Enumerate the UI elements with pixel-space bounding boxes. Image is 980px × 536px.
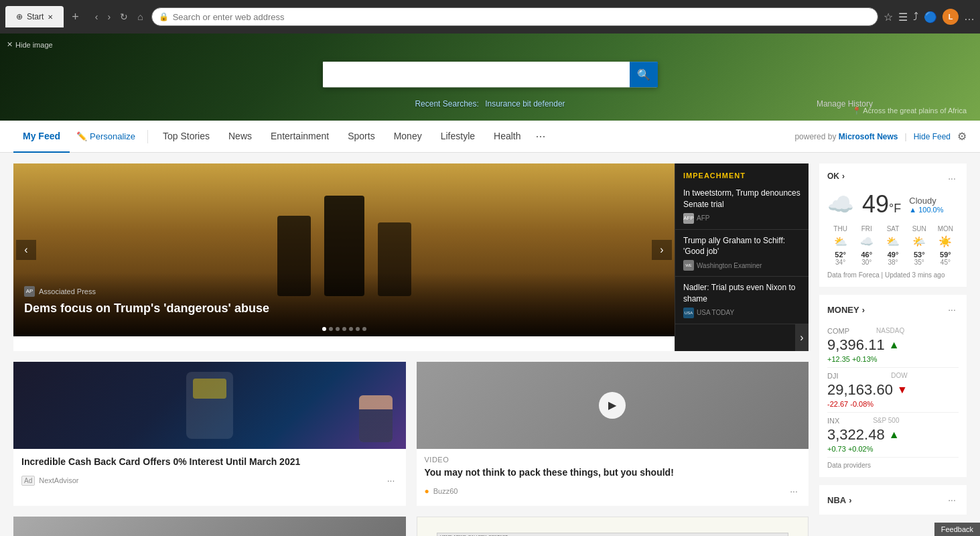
card-visual <box>186 372 233 439</box>
video-card-image: ▶ <box>417 362 809 449</box>
play-btn[interactable]: ▶ <box>599 392 626 419</box>
stock-left-comp: COMP NASDAQ 9,396.11 ▲ +12.35 +0.13% <box>827 327 904 363</box>
weather-forecast: THU ⛅ 52° 34° FRI ☁️ 46° 30° SAT ⛅ 49° 3… <box>827 225 959 266</box>
weather-day-sun: SUN 🌤️ 53° 35° <box>906 225 932 266</box>
nba-more-btn[interactable]: ··· <box>945 493 959 507</box>
stock-left-dji: DJI DOW 29,163.60 ▼ -22.67 -0.08% <box>827 372 908 408</box>
hero-location-text: 📍 Across the great plains of Africa <box>852 107 967 115</box>
top-stories-card[interactable]: TOP STORIES Jim Lehrer, Longtime PBS New… <box>13 517 406 536</box>
nav-items: My Feed ✏️ Personalize Top Stories News … <box>13 121 794 153</box>
location-icon: 📍 <box>852 107 861 115</box>
comp-arrow: ▲ <box>889 339 900 351</box>
recent-search-item[interactable]: Insurance bit defender <box>485 99 565 109</box>
nav-item-health[interactable]: Health <box>484 121 530 153</box>
nav-item-topstories[interactable]: Top Stories <box>153 121 219 153</box>
carousel-next-btn[interactable]: › <box>652 240 672 260</box>
weather-location[interactable]: OK › <box>827 172 845 181</box>
carousel-dot-5[interactable] <box>349 327 353 331</box>
address-input[interactable] <box>173 12 871 22</box>
reading-list-btn[interactable]: ☰ <box>898 11 908 23</box>
featured-list-title-3: Nadler: Trial puts even Nixon to shame <box>683 282 800 305</box>
avatar-initial: L <box>949 13 953 21</box>
comp-exchange: NASDAQ <box>876 327 904 335</box>
nav-item-sports[interactable]: Sports <box>338 121 384 153</box>
carousel-dot-6[interactable] <box>356 327 360 331</box>
featured-next-btn[interactable]: › <box>795 324 809 351</box>
stock-row-inx: INX S&P 500 3,322.48 ▲ +0.73 +0.02% <box>827 413 959 458</box>
featured-title: Dems focus on Trump's 'dangerous' abuse <box>24 301 664 316</box>
refresh-btn[interactable]: ↻ <box>117 9 131 25</box>
video-label: VIDEO <box>425 456 801 464</box>
browser-tab-start[interactable]: ⊕ Start ✕ <box>5 6 64 27</box>
carousel-dot-1[interactable] <box>322 327 326 331</box>
website-card[interactable]: HOME NEWS GALLERY CONTACT LOGO SIDEBAR <box>417 517 809 536</box>
featured-list-title-2: Trump ally Graham to Schiff: 'Good job' <box>683 235 800 258</box>
avatar[interactable]: L <box>942 9 959 25</box>
extensions-btn[interactable]: 🔵 <box>924 11 937 23</box>
nav-item-lifestyle[interactable]: Lifestyle <box>431 121 484 153</box>
featured-list-item-3[interactable]: Nadler: Trial puts even Nixon to shame U… <box>675 277 809 324</box>
nav-divider <box>147 130 148 143</box>
weather-more-btn[interactable]: ··· <box>945 172 959 185</box>
nav-item-entertainment[interactable]: Entertainment <box>261 121 338 153</box>
inx-change: +0.73 +0.02% <box>827 445 899 453</box>
hero-search-btn[interactable]: 🔍 <box>630 62 658 87</box>
forward-btn[interactable]: › <box>105 9 114 25</box>
hero-search-input[interactable] <box>323 62 630 87</box>
video-more-btn[interactable]: ··· <box>787 484 800 498</box>
share-btn[interactable]: ⤴ <box>913 11 918 23</box>
nav-more-btn[interactable]: ··· <box>531 129 551 143</box>
inx-ticker: INX <box>827 417 839 425</box>
sat-icon: ⛅ <box>880 235 906 248</box>
featured-list-source-3: USA USA TODAY <box>683 308 800 318</box>
person-bg <box>359 395 393 442</box>
back-btn[interactable]: ‹ <box>92 9 101 25</box>
weather-widget: OK › ··· ☁️ 49°F Cloudy ▲ 100.0% <box>819 163 967 287</box>
carousel-dot-3[interactable] <box>336 327 340 331</box>
weather-day-thu: THU ⛅ 52° 34° <box>827 225 853 266</box>
nav-item-money[interactable]: Money <box>384 121 431 153</box>
browser-chrome: ⊕ Start ✕ + ‹ › ↻ ⌂ 🔒 ☆ ☰ ⤴ 🔵 L … <box>0 0 980 34</box>
nav-personalize-btn[interactable]: ✏️ Personalize <box>70 131 142 141</box>
cashback-more-btn[interactable]: ··· <box>384 474 398 487</box>
carousel-dot-7[interactable] <box>362 327 366 331</box>
more-options-btn[interactable]: … <box>964 11 975 23</box>
news-card-video[interactable]: ▶ VIDEO You may not think to pack these … <box>417 362 809 507</box>
new-tab-btn[interactable]: + <box>66 10 84 24</box>
carousel-dot-4[interactable] <box>342 327 346 331</box>
inx-arrow: ▲ <box>889 429 900 441</box>
nav-item-myfeed[interactable]: My Feed <box>13 121 70 153</box>
hide-image-btn[interactable]: ✕ Hide image <box>7 40 53 49</box>
cashback-card-image <box>13 362 406 449</box>
recent-searches: Recent Searches: Insurance bit defender <box>415 99 565 109</box>
stocks-more-btn[interactable]: ··· <box>945 303 959 316</box>
news-card-cashback[interactable]: Incredible Cash Back Card Offers 0% Inte… <box>13 362 406 507</box>
person-figure <box>359 395 393 442</box>
carousel-prev-btn[interactable]: ‹ <box>16 240 36 260</box>
featured-main-card[interactable]: AP Associated Press Dems focus on Trump'… <box>13 163 675 336</box>
stocks-title[interactable]: MONEY › <box>827 305 865 315</box>
dji-value-row: 29,163.60 ▼ <box>827 380 908 400</box>
featured-list-item-2[interactable]: Trump ally Graham to Schiff: 'Good job' … <box>675 230 809 277</box>
home-btn[interactable]: ⌂ <box>135 9 145 25</box>
sun-icon: 🌤️ <box>906 235 932 248</box>
nav-item-news[interactable]: News <box>219 121 261 153</box>
featured-list-item-1[interactable]: In tweetstorm, Trump denounces Senate tr… <box>675 182 809 230</box>
chevron-right-icon-stocks: › <box>862 305 865 315</box>
nav-powered-text: powered by Microsoft News <box>794 132 898 141</box>
featured-right-section: TOP STORIES Jim Lehrer, Longtime PBS New… <box>13 517 809 536</box>
feedback-btn[interactable]: Feedback <box>934 523 980 536</box>
stock-data-source[interactable]: Data providers <box>827 462 959 469</box>
address-bar[interactable]: 🔒 <box>151 7 878 26</box>
content-area: AP Associated Press Dems focus on Trump'… <box>0 153 980 536</box>
nav-divider-2: | <box>905 132 907 141</box>
nav-hide-feed-btn[interactable]: Hide Feed <box>914 132 951 141</box>
lehrer-image <box>13 517 406 536</box>
comp-change: +12.35 +0.13% <box>827 355 904 363</box>
tab-close-btn[interactable]: ✕ <box>48 13 53 21</box>
nba-title[interactable]: NBA › <box>827 495 852 505</box>
featured-sidebar-list: IMPEACHMENT In tweetstorm, Trump denounc… <box>675 163 809 351</box>
nav-settings-btn[interactable]: ⚙ <box>957 130 967 143</box>
favorites-btn[interactable]: ☆ <box>884 11 893 23</box>
carousel-dot-2[interactable] <box>329 327 333 331</box>
